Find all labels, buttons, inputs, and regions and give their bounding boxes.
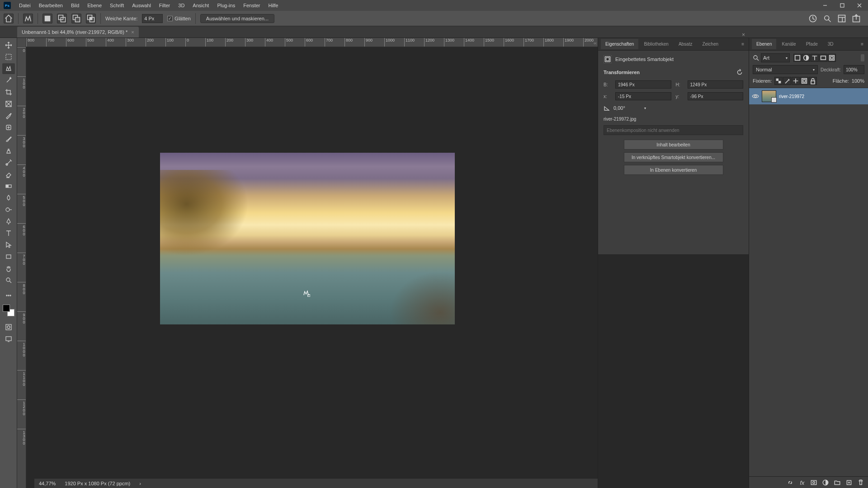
search-icon[interactable] (823, 14, 832, 23)
frame-tool[interactable] (2, 99, 15, 109)
layer-visibility-toggle[interactable] (752, 93, 759, 100)
tab-3d[interactable]: 3D (823, 39, 838, 49)
selection-intersect-button[interactable] (86, 14, 96, 23)
fill-input[interactable]: 100% (852, 78, 864, 84)
selection-add-button[interactable] (57, 14, 67, 23)
lock-pixels-icon[interactable] (783, 77, 791, 85)
tab-eigenschaften[interactable]: Eigenschaften (601, 39, 638, 49)
layer-row[interactable]: river-219972 (749, 88, 868, 104)
menu-3d[interactable]: 3D (175, 1, 188, 10)
type-tool[interactable] (2, 228, 15, 239)
feather-input[interactable]: 4 Px (142, 14, 163, 23)
screenmode-toggle[interactable] (2, 333, 15, 344)
angle-dropdown-icon[interactable]: ▾ (644, 106, 646, 110)
cloud-docs-icon[interactable] (808, 14, 817, 23)
healing-brush-tool[interactable] (2, 122, 15, 133)
menu-datei[interactable]: Datei (15, 1, 34, 10)
lock-transparency-icon[interactable] (774, 77, 783, 85)
collapse-icon[interactable]: ‹‹ (592, 41, 599, 46)
lock-all-icon[interactable] (809, 77, 817, 85)
filter-smartobject-icon[interactable] (828, 54, 836, 62)
quickmask-toggle[interactable] (2, 322, 15, 333)
filter-toggle[interactable] (861, 54, 864, 61)
canvas-image[interactable] (160, 153, 455, 324)
home-button[interactable] (4, 14, 14, 23)
filter-pixel-icon[interactable] (793, 54, 802, 62)
selection-new-button[interactable] (42, 14, 52, 23)
history-brush-tool[interactable] (2, 157, 15, 168)
pen-tool[interactable] (2, 216, 15, 227)
selection-subtract-button[interactable] (71, 14, 81, 23)
foreground-color-swatch[interactable] (3, 305, 10, 312)
lock-artboard-icon[interactable] (800, 77, 808, 85)
menu-plugins[interactable]: Plug-ins (213, 1, 239, 10)
marquee-tool[interactable] (2, 52, 15, 62)
tab-kanaele[interactable]: Kanäle (777, 39, 800, 49)
filter-type-icon[interactable] (811, 54, 819, 62)
panel-close-icon[interactable]: × (740, 32, 747, 38)
search-icon[interactable] (753, 55, 759, 61)
height-input[interactable]: 1249 Px (688, 80, 744, 89)
window-close-button[interactable] (851, 0, 868, 11)
layer-thumbnail[interactable] (762, 90, 776, 102)
magic-wand-tool[interactable] (2, 75, 15, 86)
eyedropper-tool[interactable] (2, 110, 15, 121)
reset-transform-icon[interactable] (736, 69, 743, 76)
clone-stamp-tool[interactable] (2, 145, 15, 156)
zoom-level[interactable]: 44,77% (39, 481, 56, 486)
new-layer-icon[interactable] (845, 479, 853, 486)
layer-name[interactable]: river-219972 (779, 94, 804, 99)
menu-bearbeiten[interactable]: Bearbeiten (35, 1, 66, 10)
window-maximize-button[interactable] (834, 0, 851, 11)
blur-tool[interactable] (2, 192, 15, 203)
width-input[interactable]: 1946 Px (615, 80, 671, 89)
y-input[interactable]: -96 Px (688, 92, 744, 100)
select-and-mask-button[interactable]: Auswählen und maskieren... (200, 14, 274, 23)
layer-mask-icon[interactable] (810, 479, 817, 486)
menu-ansicht[interactable]: Ansicht (189, 1, 212, 10)
menu-schrift[interactable]: Schrift (106, 1, 127, 10)
convert-to-linked-button[interactable]: In verknüpftes Smartobjekt konvertieren.… (624, 152, 723, 162)
opacity-input[interactable]: 100% (844, 65, 864, 74)
panel-menu-icon[interactable]: ≡ (859, 42, 865, 47)
document-info[interactable]: 1920 Px x 1080 Px (72 ppcm) (65, 481, 130, 486)
angle-input[interactable]: 0,00° (613, 105, 641, 111)
delete-layer-icon[interactable] (857, 479, 864, 486)
gradient-tool[interactable] (2, 181, 15, 192)
link-layers-icon[interactable] (787, 479, 794, 486)
menu-auswahl[interactable]: Auswahl (128, 1, 155, 10)
tab-ebenen[interactable]: Ebenen (752, 39, 776, 49)
edit-contents-button[interactable]: Inhalt bearbeiten (624, 140, 723, 150)
panel-menu-icon[interactable]: ≡ (740, 42, 746, 47)
lock-position-icon[interactable] (792, 77, 800, 85)
workspace-icon[interactable] (837, 14, 846, 23)
color-swatches[interactable] (3, 305, 14, 316)
menu-fenster[interactable]: Fenster (240, 1, 264, 10)
current-tool-icon[interactable] (23, 14, 33, 23)
menu-filter[interactable]: Filter (156, 1, 174, 10)
path-selection-tool[interactable] (2, 239, 15, 250)
convert-to-layers-button[interactable]: In Ebenen konvertieren (624, 165, 723, 175)
move-tool[interactable] (2, 40, 15, 51)
tab-absatz[interactable]: Absatz (674, 39, 697, 49)
menu-bild[interactable]: Bild (67, 1, 83, 10)
group-layers-icon[interactable] (834, 479, 841, 486)
ruler-origin[interactable] (17, 38, 26, 47)
eraser-tool[interactable] (2, 169, 15, 180)
hand-tool[interactable] (2, 263, 15, 274)
adjustment-layer-icon[interactable] (822, 479, 829, 486)
antialias-checkbox[interactable]: Glätten (167, 16, 190, 21)
menu-hilfe[interactable]: Hilfe (264, 1, 282, 10)
rectangle-tool[interactable] (2, 251, 15, 262)
share-icon[interactable] (852, 14, 861, 23)
tab-bibliotheken[interactable]: Bibliotheken (639, 39, 673, 49)
document-tab[interactable]: Unbenannt-1 bei 44,8% (river-219972, RGB… (17, 27, 139, 38)
vertical-ruler[interactable]: 0100200300400500600700800900100011001200… (17, 47, 26, 488)
filter-kind-dropdown[interactable]: Art▾ (761, 53, 790, 62)
brush-tool[interactable] (2, 134, 15, 145)
window-minimize-button[interactable] (816, 0, 834, 11)
lasso-tool[interactable] (2, 63, 15, 74)
tab-pfade[interactable]: Pfade (802, 39, 822, 49)
dodge-tool[interactable] (2, 204, 15, 215)
close-icon[interactable]: × (131, 29, 134, 35)
